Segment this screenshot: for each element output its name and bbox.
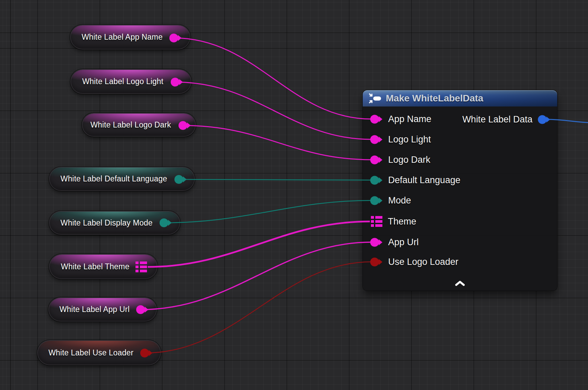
collapse-node-button[interactable] [453, 279, 467, 289]
output-pin-white-label-display-mode[interactable] [160, 218, 168, 227]
input-row-app-url: App Url [370, 237, 419, 248]
node-title: Make WhiteLabelData [386, 93, 483, 104]
blueprint-graph-canvas[interactable]: White Label App Name White Label Logo Li… [0, 0, 588, 390]
getter-node-white-label-logo-light[interactable]: White Label Logo Light [70, 69, 191, 94]
output-pin-white-label-use-loader[interactable] [140, 349, 149, 357]
getter-node-white-label-use-loader[interactable]: White Label Use Loader [37, 340, 161, 365]
getter-label: White Label App Name [74, 25, 171, 50]
getter-node-white-label-default-language[interactable]: White Label Default Language [49, 167, 195, 191]
chevron-up-icon [455, 282, 465, 287]
input-pin-logo-dark[interactable] [370, 155, 383, 164]
output-pin-white-label-default-language[interactable] [174, 175, 183, 184]
make-whitelabeldata-node[interactable]: Make WhiteLabelData App Name Logo Light … [363, 90, 557, 291]
output-row-white-label-data: White Label Data [462, 114, 550, 125]
getter-label: White Label Display Mode [52, 211, 161, 235]
input-pin-theme-struct-icon[interactable] [371, 216, 382, 227]
input-row-mode: Mode [370, 195, 411, 206]
output-pin-white-label-logo-dark[interactable] [178, 121, 187, 130]
getter-node-white-label-app-name[interactable]: White Label App Name [70, 25, 190, 50]
pin-label: Mode [388, 195, 411, 206]
wire-app-url[interactable] [141, 242, 372, 310]
getter-label: White Label Default Language [52, 167, 175, 191]
input-row-logo-dark: Logo Dark [370, 155, 430, 165]
pin-label: Default Language [388, 175, 460, 186]
wire-app-name[interactable] [174, 38, 372, 119]
output-pin-white-label-theme-struct-icon[interactable] [135, 261, 147, 273]
pin-label: Logo Dark [388, 155, 430, 165]
input-row-logo-light: Logo Light [370, 134, 431, 145]
pin-label: White Label Data [462, 114, 532, 125]
wire-theme[interactable] [148, 221, 370, 267]
wire-logo-light[interactable] [175, 82, 372, 139]
pin-label: Use Logo Loader [388, 257, 458, 267]
input-row-theme: Theme [371, 216, 416, 227]
pin-label: Logo Light [388, 134, 431, 145]
getter-node-white-label-logo-dark[interactable]: White Label Logo Dark [82, 113, 196, 137]
input-pin-default-language[interactable] [370, 176, 383, 184]
make-struct-icon [368, 92, 382, 105]
getter-label: White Label Logo Light [74, 69, 172, 94]
input-pin-mode[interactable] [370, 196, 383, 205]
getter-label: White Label Use Loader [41, 340, 141, 365]
wire-default-language[interactable] [179, 179, 372, 180]
input-pin-logo-light[interactable] [370, 135, 383, 144]
wire-logo-dark[interactable] [183, 125, 372, 160]
input-row-use-logo-loader: Use Logo Loader [370, 257, 458, 267]
getter-node-white-label-theme[interactable]: White Label Theme [49, 254, 158, 279]
input-pin-app-url[interactable] [370, 238, 383, 247]
output-pin-white-label-app-name[interactable] [169, 34, 178, 42]
pin-label: App Name [388, 114, 432, 124]
wire-display-mode[interactable] [164, 200, 372, 223]
getter-node-white-label-display-mode[interactable]: White Label Display Mode [49, 211, 180, 235]
output-pin-white-label-logo-light[interactable] [171, 78, 180, 86]
getter-label: White Label Theme [52, 254, 138, 279]
getter-label: White Label Logo Dark [85, 113, 176, 137]
pin-label: App Url [388, 237, 419, 248]
input-pin-use-logo-loader[interactable] [370, 257, 383, 266]
node-header[interactable]: Make WhiteLabelData [363, 90, 557, 106]
input-row-app-name: App Name [370, 114, 432, 124]
pin-label: Theme [388, 216, 416, 227]
output-pin-white-label-app-url[interactable] [136, 305, 145, 314]
getter-node-white-label-app-url[interactable]: White Label App Url [48, 297, 157, 321]
getter-label: White Label App Url [52, 297, 137, 321]
input-row-default-language: Default Language [370, 175, 460, 186]
output-pin-white-label-data[interactable] [538, 115, 550, 124]
input-pin-app-name[interactable] [370, 115, 383, 123]
